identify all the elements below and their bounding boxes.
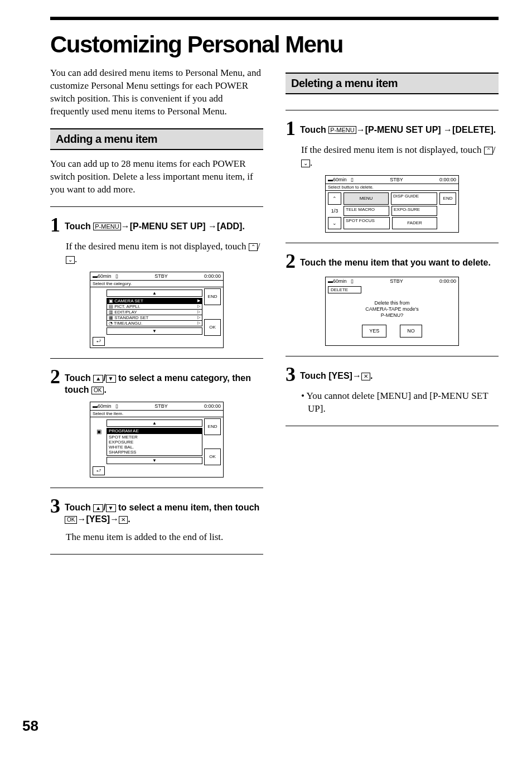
text: . <box>370 371 373 380</box>
ss-end-button[interactable]: END <box>204 418 221 435</box>
ss-title: Select button to delete. <box>326 184 458 191</box>
ss-page-indicator: 1/3 <box>328 206 341 216</box>
time-text: 0:00:00 <box>439 177 456 182</box>
step-heading: Touch ▲/▼ to select a menu category, the… <box>65 372 263 396</box>
text: →[YES]→ <box>77 514 119 524</box>
ss-grid-button[interactable]: MENU <box>344 192 389 205</box>
list-item[interactable]: ▤ PICT. APPLI.▷ <box>107 304 202 310</box>
page-title: Customizing Personal Menu <box>50 32 499 57</box>
divider <box>50 488 263 488</box>
divider <box>286 110 499 110</box>
status-text: STBY <box>154 273 168 279</box>
step-heading: Touch P-MENU→[P-MENU SET UP] →[ADD]. <box>65 220 263 233</box>
battery-text: 60min <box>333 278 347 284</box>
step-heading: Touch the menu item that you want to del… <box>300 257 499 269</box>
divider <box>50 554 263 555</box>
text: . <box>104 385 106 394</box>
time-text: 0:00:00 <box>439 278 456 284</box>
battery-text: 60min <box>98 273 112 279</box>
list-item[interactable]: ▣ CAMERA SET▶ <box>107 298 202 304</box>
text: If the desired menu item is not displaye… <box>301 144 484 155</box>
step-followup: The menu item is added to the end of lis… <box>66 531 263 544</box>
ss-delete-label: DELETE <box>328 286 361 293</box>
ss-ok-button[interactable]: OK <box>204 319 221 336</box>
ss-grid-button[interactable]: DISP GUIDE <box>391 192 437 205</box>
list-item[interactable]: EXPOSURE <box>107 440 202 445</box>
ok-keycap: OK <box>91 387 104 394</box>
screenshot-select-item: ▬60min ▯ STBY 0:00:00 Select the item. ▣… <box>90 402 224 478</box>
step-number: 3 <box>50 496 60 516</box>
add-step-1: 1 Touch P-MENU→[P-MENU SET UP] →[ADD]. <box>50 215 263 235</box>
list-item[interactable]: PROGRAM AE <box>107 428 202 434</box>
pmenu-keycap: P-MENU <box>93 223 120 230</box>
page-number: 58 <box>22 717 38 735</box>
down-keycap: ▼ <box>106 504 116 512</box>
add-step-3: 3 Touch ▲/▼ to select a menu item, then … <box>50 496 263 525</box>
delete-step-2: 2 Touch the menu item that you want to d… <box>286 251 499 271</box>
time-text: 0:00:00 <box>204 273 221 279</box>
text: Touch <box>65 373 93 383</box>
ss-up-button[interactable]: ▲ <box>107 290 202 297</box>
list-item[interactable]: ▥ EDIT/PLAY▷ <box>107 310 202 315</box>
list-item[interactable]: SHARPNESS <box>107 450 202 455</box>
text: . <box>128 514 130 524</box>
step-number: 2 <box>286 251 296 271</box>
step-number: 2 <box>50 367 60 387</box>
ss-grid-button[interactable]: TELE MACRO <box>344 206 389 216</box>
ok-keycap: OK <box>65 516 77 524</box>
ss-back-button[interactable]: ⮐ <box>93 466 105 475</box>
ss-status-bar: ▬60min ▯ STBY 0:00:00 <box>90 272 223 280</box>
ss-page-down[interactable]: ⌄ <box>328 217 341 229</box>
confirm-message: Delete this from CAMERA-TAPE mode's P-ME… <box>326 295 458 345</box>
list-item[interactable]: ▦ STANDARD SET▷ <box>107 315 202 321</box>
step-heading: Touch P-MENU→[P-MENU SET UP] →[DELETE]. <box>300 124 499 136</box>
left-column: You can add desired menu items to Person… <box>50 67 263 562</box>
confirm-text: Delete this from CAMERA-TAPE mode's P-ME… <box>329 300 455 319</box>
yes-button[interactable]: YES <box>362 325 386 337</box>
ss-grid-button[interactable]: SPOT FOCUS <box>344 217 390 229</box>
step-number: 1 <box>50 215 60 235</box>
ss-up-button[interactable]: ▲ <box>107 420 202 427</box>
step-followup: • You cannot delete [MENU] and [P-MENU S… <box>301 390 499 416</box>
ss-down-button[interactable]: ▼ <box>107 327 202 335</box>
list-item[interactable]: ◔ TIME/LANGU.▷ <box>107 321 202 326</box>
list-item[interactable]: SPOT METER <box>107 434 202 440</box>
divider <box>286 426 499 426</box>
no-button[interactable]: NO <box>400 325 422 337</box>
text: Touch <box>65 503 93 512</box>
ss-end-button[interactable]: END <box>439 192 456 205</box>
ss-page-up[interactable]: ⌃ <box>328 192 341 205</box>
ss-title: Select the item. <box>90 410 223 417</box>
ss-title: Select the category. <box>90 280 223 287</box>
battery-text: 60min <box>333 177 347 182</box>
divider <box>286 243 499 243</box>
menu-list: ▣ CAMERA SET▶ ▤ PICT. APPLI.▷ ▥ EDIT/PLA… <box>107 298 202 326</box>
chev-up-keycap: ⌃ <box>484 147 493 155</box>
status-text: STBY <box>154 403 168 409</box>
divider <box>50 206 263 207</box>
time-text: 0:00:00 <box>204 403 221 409</box>
ss-ok-button[interactable]: OK <box>204 449 221 465</box>
divider <box>286 356 499 356</box>
ss-back-button[interactable]: ⮐ <box>93 337 105 346</box>
step-heading: Touch [YES]→✕. <box>300 370 499 382</box>
ss-grid-button[interactable]: EXPO-SURE <box>391 206 437 216</box>
chev-up-keycap: ⌃ <box>249 243 258 251</box>
x-keycap: ✕ <box>361 373 370 380</box>
text: . <box>310 157 312 168</box>
ss-end-button[interactable]: END <box>204 288 221 305</box>
ss-down-button[interactable]: ▼ <box>107 457 202 464</box>
step-followup: If the desired menu item is not displaye… <box>301 144 499 170</box>
text: Touch <box>65 221 93 231</box>
status-text: STBY <box>390 177 403 182</box>
ss-status-bar: ▬60min ▯ STBY 0:00:00 <box>326 176 458 184</box>
down-keycap: ▼ <box>106 375 116 383</box>
text: . <box>75 254 77 264</box>
list-item[interactable]: WHITE BAL. <box>107 445 202 450</box>
ss-status-bar: ▬60min ▯ STBY 0:00:00 <box>90 402 223 410</box>
step-number: 1 <box>286 118 296 138</box>
screenshot-select-category: ▬60min ▯ STBY 0:00:00 Select the categor… <box>90 272 224 348</box>
text: to select a menu item, then touch <box>116 503 260 512</box>
section-heading-add: Adding a menu item <box>50 128 263 150</box>
ss-grid-button[interactable]: FADER <box>392 217 437 229</box>
